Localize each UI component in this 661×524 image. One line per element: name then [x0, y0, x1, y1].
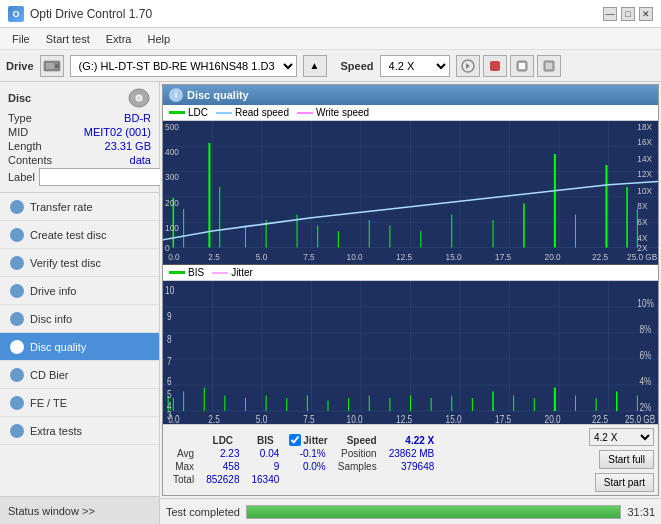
svg-text:6: 6 [167, 376, 172, 387]
bis-color [169, 271, 185, 274]
nav-cd-bier[interactable]: CD Bier [0, 361, 159, 389]
svg-text:17.5: 17.5 [495, 414, 511, 424]
svg-text:25.0 GB: 25.0 GB [627, 251, 658, 261]
nav-disc-quality[interactable]: Disc quality [0, 333, 159, 361]
disc-mid-value: MEIT02 (001) [84, 126, 151, 138]
chart2: 10 9 8 7 6 5 4 3 10% 8% 6% 4% 2% 0.0 2 [163, 281, 658, 424]
menu-file[interactable]: File [4, 31, 38, 47]
start-part-button[interactable]: Start part [595, 473, 654, 492]
disc-info-icon [10, 312, 24, 326]
write-speed-color [297, 112, 313, 114]
speed-select[interactable]: 4.2 X [380, 55, 450, 77]
jitter-color [212, 272, 228, 274]
svg-text:10.0: 10.0 [347, 251, 363, 261]
speed-btn-1[interactable] [456, 55, 480, 77]
stats-position-value: 23862 MB [383, 447, 441, 460]
disc-title: Disc [8, 92, 31, 104]
speed-btn-3[interactable] [510, 55, 534, 77]
legend-ldc: LDC [169, 107, 208, 118]
svg-text:17.5: 17.5 [495, 251, 511, 261]
eject-button[interactable]: ▲ [303, 55, 327, 77]
disc-contents-value: data [130, 154, 151, 166]
nav-create-test-disc[interactable]: Create test disc [0, 221, 159, 249]
chart1-legend: LDC Read speed Write speed [163, 105, 658, 121]
stats-samples-label: Samples [332, 460, 383, 473]
speed-selector-stats[interactable]: 4.2 X [589, 428, 654, 446]
stats-avg-ldc: 2.23 [200, 447, 245, 460]
disc-label-label: Label [8, 171, 35, 183]
stats-max-jitter: 0.0% [285, 460, 331, 473]
menu-start-test[interactable]: Start test [38, 31, 98, 47]
svg-text:400: 400 [165, 147, 179, 157]
close-button[interactable]: ✕ [639, 7, 653, 21]
disc-label-input[interactable] [39, 168, 172, 186]
svg-text:500: 500 [165, 122, 179, 132]
nav-drive-info[interactable]: Drive info [0, 277, 159, 305]
status-window-button[interactable]: Status window >> [0, 496, 159, 524]
menu-help[interactable]: Help [139, 31, 178, 47]
svg-text:16X: 16X [637, 137, 652, 147]
jitter-checkbox[interactable] [289, 434, 301, 446]
minimize-button[interactable]: — [603, 7, 617, 21]
speed-btn-2[interactable] [483, 55, 507, 77]
disc-mid-label: MID [8, 126, 28, 138]
legend-jitter-label: Jitter [231, 267, 253, 278]
svg-text:14X: 14X [637, 153, 652, 163]
svg-text:2.5: 2.5 [208, 251, 220, 261]
svg-text:22.5: 22.5 [592, 251, 608, 261]
read-speed-color [216, 112, 232, 114]
stats-total-ldc: 852628 [200, 473, 245, 486]
sidebar: Disc Type BD-R MID MEIT02 (001) Length 2… [0, 82, 160, 524]
svg-point-2 [55, 64, 59, 68]
chart1-svg: 500 400 300 200 100 0 18X 16X 14X 12X 10… [163, 121, 658, 264]
transfer-rate-icon [10, 200, 24, 214]
disc-quality-title-bar: i Disc quality [163, 85, 658, 105]
stats-jitter-check-cell[interactable]: Jitter [285, 434, 331, 446]
disc-mid-row: MID MEIT02 (001) [8, 126, 151, 138]
menu-bar: File Start test Extra Help [0, 28, 661, 50]
stats-total-bis: 16340 [246, 473, 286, 486]
svg-text:200: 200 [165, 197, 179, 207]
nav-extra-tests[interactable]: Extra tests [0, 417, 159, 445]
disc-section: Disc Type BD-R MID MEIT02 (001) Length 2… [0, 82, 159, 193]
svg-text:6X: 6X [637, 217, 647, 227]
progress-bar-fill [247, 506, 620, 518]
nav-transfer-rate[interactable]: Transfer rate [0, 193, 159, 221]
maximize-button[interactable]: □ [621, 7, 635, 21]
svg-text:5: 5 [167, 389, 172, 400]
stats-bar: LDC BIS Jitter Speed 4.22 X Avg 2.23 0.0… [163, 424, 658, 495]
stats-total-label: Total [167, 473, 200, 486]
start-full-button[interactable]: Start full [599, 450, 654, 469]
nav-verify-test-disc[interactable]: Verify test disc [0, 249, 159, 277]
legend-bis: BIS [169, 267, 204, 278]
svg-text:7.5: 7.5 [303, 414, 314, 424]
svg-point-13 [138, 97, 141, 100]
disc-length-row: Length 23.31 GB [8, 140, 151, 152]
menu-extra[interactable]: Extra [98, 31, 140, 47]
bottom-status-bar: Test completed 31:31 [160, 498, 661, 524]
disc-length-value: 23.31 GB [105, 140, 151, 152]
ldc-color [169, 111, 185, 114]
stats-jitter-header: Jitter [303, 435, 327, 446]
nav-verify-test-disc-label: Verify test disc [30, 257, 101, 269]
chart2-legend: BIS Jitter [163, 265, 658, 281]
nav-fe-te[interactable]: FE / TE [0, 389, 159, 417]
extra-tests-icon [10, 424, 24, 438]
svg-text:2.5: 2.5 [208, 414, 219, 424]
speed-btn-4[interactable] [537, 55, 561, 77]
disc-contents-label: Contents [8, 154, 52, 166]
app-icon: O [8, 6, 24, 22]
disc-header: Disc [8, 88, 151, 108]
svg-text:100: 100 [165, 223, 179, 233]
window-controls[interactable]: — □ ✕ [603, 7, 653, 21]
title-bar-left: O Opti Drive Control 1.70 [8, 6, 152, 22]
stats-avg-jitter: -0.1% [285, 447, 331, 460]
nav-disc-info[interactable]: Disc info [0, 305, 159, 333]
stats-samples-value: 379648 [383, 460, 441, 473]
svg-text:5.0: 5.0 [256, 251, 268, 261]
svg-rect-6 [519, 63, 525, 69]
nav-disc-quality-label: Disc quality [30, 341, 86, 353]
disc-quality-icon [10, 340, 24, 354]
legend-read-speed: Read speed [216, 107, 289, 118]
drive-select[interactable]: (G:) HL-DT-ST BD-RE WH16NS48 1.D3 [70, 55, 297, 77]
